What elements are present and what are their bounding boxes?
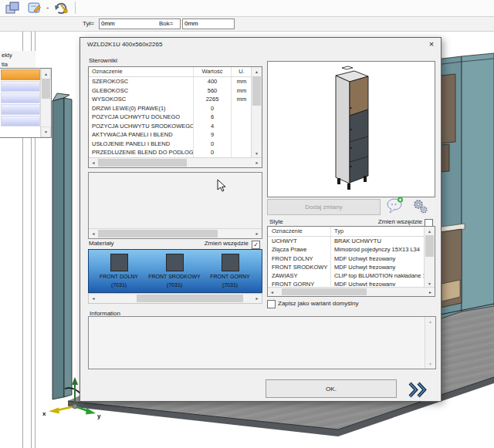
copy-icon[interactable] xyxy=(5,2,22,15)
materialy-label: Materiały xyxy=(89,240,113,247)
scroll-right-icon[interactable]: ► xyxy=(426,288,435,296)
scroll-right-icon[interactable]: ► xyxy=(252,229,262,238)
sidebar-list-item[interactable] xyxy=(1,116,40,126)
style-row[interactable]: Złącza PraweMimośród pojedynczy 15X13 L3… xyxy=(268,245,425,254)
dialog-title: WZLD2K1U 400x560x2265 xyxy=(87,41,162,48)
controller-row[interactable]: AKTYWACJA PANELI I BLEND9 xyxy=(89,130,252,140)
scroll-up-icon[interactable]: ▲ xyxy=(252,67,262,76)
controller-unit: mm xyxy=(231,77,252,86)
materials-hscrollbar[interactable]: ◄ ► xyxy=(88,293,262,304)
toolbar-main: - xyxy=(0,0,494,17)
scroll-up-icon[interactable]: ▲ xyxy=(425,317,435,326)
style-row[interactable]: FRONT SRODKOWYMDF Uchwyt frezowany xyxy=(268,263,425,271)
material-swatch[interactable]: FRONT SRODKOWY(7031) xyxy=(148,254,201,288)
style-row[interactable]: ZAWIASYCLIP top BLUMOTION nakładane 110 … xyxy=(268,271,425,280)
sidebar-list-item[interactable] xyxy=(1,93,40,103)
style-typ: MDF Uchwyt frezowany xyxy=(330,263,425,271)
cabinet-preview[interactable] xyxy=(267,61,435,197)
scroll-thumb[interactable] xyxy=(282,288,367,295)
style-row[interactable]: FRONT GORNYMDF Uchwyt frezowany xyxy=(268,280,425,286)
settings-gears-icon[interactable] xyxy=(412,199,429,214)
controller-row[interactable]: USŁOJENIE PANELI I BLEND0 xyxy=(89,140,252,149)
controller-value[interactable]: 560 xyxy=(193,86,231,96)
style-row[interactable]: FRONT DOLNYMDF Uchwyt frezowany xyxy=(268,254,425,263)
controller-name: SZEROKOSC xyxy=(89,77,193,86)
materialy-change-everywhere-checkbox[interactable]: ✓ xyxy=(252,241,260,249)
sidebar-scrollbar[interactable]: ▲ ▼ xyxy=(40,69,51,137)
material-name: FRONT GORNY xyxy=(204,273,256,280)
material-swatch-chip[interactable] xyxy=(222,254,239,271)
scroll-thumb[interactable] xyxy=(425,235,434,257)
controller-row[interactable]: POZYCJA UCHWYTU SRODKOWEGO4 xyxy=(89,122,252,131)
controller-value[interactable]: 6 xyxy=(193,113,231,122)
dodaj-zmiany-button[interactable]: Dodaj zmiany xyxy=(267,199,381,215)
controller-value[interactable]: 400 xyxy=(193,77,231,86)
comment-add-icon[interactable] xyxy=(386,197,404,214)
controller-value[interactable]: 9 xyxy=(193,130,231,140)
dropdown-minus[interactable]: - xyxy=(46,1,49,15)
controller-row[interactable]: DRZWI LEWE(0) PRAWE(1)0 xyxy=(89,104,252,113)
information-vscrollbar[interactable]: ▲ ▼ xyxy=(425,317,435,369)
save-default-variant-checkbox[interactable] xyxy=(267,300,276,308)
scroll-thumb[interactable] xyxy=(252,76,261,106)
scroll-left-icon[interactable]: ◄ xyxy=(89,294,98,303)
scene-cabinet-teal xyxy=(52,93,72,399)
ok-label: OK. xyxy=(326,386,337,392)
style-typ: MDF Uchwyt frezowany xyxy=(330,280,425,286)
scroll-down-icon[interactable]: ▼ xyxy=(41,126,51,137)
scroll-left-icon[interactable]: ◄ xyxy=(89,158,98,167)
style-hscrollbar[interactable]: ◄ ► xyxy=(268,287,435,296)
sidebar-list-item[interactable] xyxy=(1,81,40,92)
scroll-left-icon[interactable]: ◄ xyxy=(89,229,98,238)
controller-value[interactable]: 0 xyxy=(193,140,231,149)
controller-name: DRZWI LEWE(0) PRAWE(1) xyxy=(89,104,193,113)
controllers-rows: SZEROKOSC400mmGLEBOKOSC560mmWYSOKOSC2265… xyxy=(89,77,252,157)
controller-row[interactable]: WYSOKOSC2265mm xyxy=(89,95,252,104)
scroll-thumb[interactable] xyxy=(98,159,187,167)
scroll-thumb[interactable] xyxy=(98,230,218,237)
controller-value[interactable]: 0 xyxy=(193,148,231,157)
scroll-left-icon[interactable]: ◄ xyxy=(268,288,276,296)
cabinet-preview-drawing xyxy=(268,62,433,195)
scroll-thumb[interactable] xyxy=(137,295,243,302)
bok-input[interactable] xyxy=(182,19,235,29)
scroll-thumb[interactable] xyxy=(42,79,50,99)
controller-row[interactable]: PRZEDLUZENIE BLEND DO PODLOGI0 xyxy=(89,148,252,157)
scroll-down-icon[interactable]: ▼ xyxy=(425,359,435,369)
controller-value[interactable]: 2265 xyxy=(193,95,231,104)
material-swatch[interactable]: FRONT DOLNY(7031) xyxy=(93,254,145,288)
sidebar-list-item[interactable] xyxy=(1,104,40,115)
controllers-hscrollbar[interactable]: ◄ ► xyxy=(89,157,262,167)
empty-list-panel[interactable]: ◄ ► xyxy=(88,172,262,239)
sidebar-list-item[interactable] xyxy=(1,69,40,80)
note-edit-icon[interactable] xyxy=(28,2,43,15)
style-vscrollbar[interactable]: ▲ ▼ xyxy=(424,227,435,288)
scroll-right-icon[interactable]: ► xyxy=(252,294,262,303)
controllers-vscrollbar[interactable]: ▲ ▼ xyxy=(251,67,262,158)
controller-name: WYSOKOSC xyxy=(89,95,193,104)
scroll-up-icon[interactable]: ▲ xyxy=(41,69,51,79)
controller-row[interactable]: GLEBOKOSC560mm xyxy=(89,86,252,96)
controller-row[interactable]: SZEROKOSC400mm xyxy=(89,77,252,86)
controller-unit xyxy=(231,104,252,113)
material-code: (7031) xyxy=(204,281,256,288)
col-wartosc: Wartość xyxy=(193,67,231,76)
close-icon[interactable]: × xyxy=(425,39,438,50)
controller-row[interactable]: POZYCJA UCHWYTU DOLNEGO6 xyxy=(89,113,252,122)
style-row[interactable]: UCHWYTBRAK UCHWYTU xyxy=(268,237,425,245)
more-chevrons-icon[interactable] xyxy=(408,382,429,398)
controller-value[interactable]: 0 xyxy=(193,104,231,113)
col-oznaczenie: Oznaczenie xyxy=(89,67,193,76)
empty-panel-hscrollbar[interactable]: ◄ ► xyxy=(89,228,262,238)
material-swatch-chip[interactable] xyxy=(166,254,184,271)
controller-value[interactable]: 4 xyxy=(193,122,231,131)
refresh-key-icon[interactable] xyxy=(53,1,70,15)
scroll-right-icon[interactable]: ► xyxy=(252,158,262,167)
col-typ: Typ xyxy=(330,227,425,236)
controller-name: GLEBOKOSC xyxy=(89,86,193,96)
information-box[interactable]: ▲ ▼ xyxy=(88,316,436,369)
scroll-up-icon[interactable]: ▲ xyxy=(425,227,435,235)
ok-button[interactable]: OK. xyxy=(266,379,397,398)
material-swatch[interactable]: FRONT GORNY(7031) xyxy=(204,254,256,288)
material-swatch-chip[interactable] xyxy=(110,254,128,271)
